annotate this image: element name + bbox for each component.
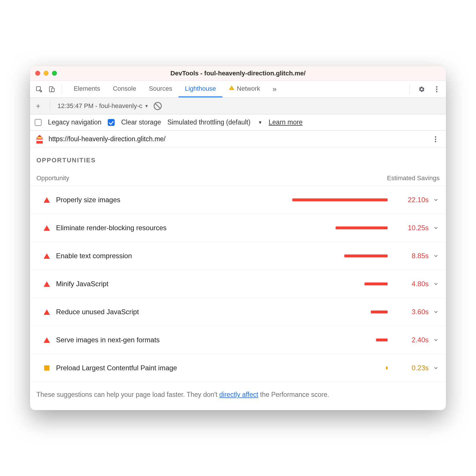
opportunity-label: Enable text compression — [52, 252, 214, 260]
warning-icon — [229, 85, 235, 92]
report-selector[interactable]: 12:35:47 PM - foul-heavenly-c ▼ — [57, 102, 148, 110]
column-opportunity: Opportunity — [36, 174, 215, 182]
savings-bar — [292, 198, 388, 201]
chevron-down-icon: ▼ — [145, 104, 149, 108]
note-link[interactable]: directly affect — [219, 391, 258, 398]
savings-bar — [365, 282, 388, 285]
column-savings: Estimated Savings — [215, 174, 440, 182]
tab-label: Sources — [149, 85, 172, 92]
chevron-down-icon[interactable] — [429, 309, 443, 315]
chevron-down-icon[interactable] — [429, 365, 443, 371]
zoom-window-button[interactable] — [52, 71, 57, 76]
devtools-window: DevTools - foul-heavenly-direction.glitc… — [30, 66, 446, 410]
separator — [62, 84, 62, 94]
savings-value: 2.40s — [394, 336, 429, 344]
opportunity-label: Minify JavaScript — [52, 280, 214, 288]
opportunity-row[interactable]: Eliminate render-blocking resources10.25… — [30, 214, 446, 242]
opportunities-header: Opportunity Estimated Savings — [30, 169, 446, 186]
tab-console[interactable]: Console — [107, 81, 143, 97]
window-controls — [35, 71, 57, 76]
tab-network[interactable]: Network — [222, 81, 267, 97]
opportunities-list: Properly size images22.10sEliminate rend… — [30, 186, 446, 382]
savings-value: 8.85s — [394, 252, 429, 260]
svg-point-13 — [435, 138, 436, 140]
minimize-window-button[interactable] — [44, 71, 49, 76]
chevron-down-icon[interactable] — [429, 197, 443, 203]
report-selector-label: 12:35:47 PM - foul-heavenly-c — [57, 102, 142, 110]
chevron-down-icon[interactable] — [429, 253, 443, 259]
more-options-icon[interactable] — [432, 84, 442, 94]
tab-lighthouse[interactable]: Lighthouse — [178, 81, 222, 97]
devtools-tabstrip: Elements Console Sources Lighthouse Netw… — [30, 81, 446, 98]
opportunity-row[interactable]: Serve images in next-gen formats2.40s — [30, 326, 446, 354]
svg-rect-3 — [231, 87, 232, 89]
throttling-label: Simulated throttling (default) — [168, 118, 251, 126]
opportunity-row[interactable]: Enable text compression8.85s — [30, 242, 446, 270]
chevron-down-icon[interactable] — [429, 225, 443, 231]
tab-label: Console — [113, 85, 136, 92]
lighthouse-icon — [35, 134, 44, 144]
fail-triangle-icon — [42, 253, 52, 259]
window-title: DevTools - foul-heavenly-direction.glitc… — [30, 70, 446, 77]
svg-point-12 — [435, 136, 436, 137]
opportunity-row[interactable]: Reduce unused JavaScript3.60s — [30, 298, 446, 326]
lighthouse-toolbar: ＋ 12:35:47 PM - foul-heavenly-c ▼ — [30, 98, 446, 114]
savings-value: 22.10s — [394, 196, 429, 204]
overflow-tabs-icon[interactable]: » — [269, 85, 280, 94]
note-text-post: the Performance score. — [258, 391, 329, 398]
tab-label: Elements — [74, 85, 100, 92]
savings-bar — [344, 254, 388, 257]
close-window-button[interactable] — [35, 71, 40, 76]
svg-rect-9 — [36, 140, 43, 141]
report-menu-icon[interactable] — [430, 134, 441, 144]
savings-value: 4.80s — [394, 280, 429, 288]
opportunity-label: Eliminate render-blocking resources — [52, 224, 214, 232]
chevron-down-icon[interactable] — [429, 281, 443, 287]
tab-sources[interactable]: Sources — [142, 81, 178, 97]
report-url-row: https://foul-heavenly-direction.glitch.m… — [30, 131, 446, 148]
report-url: https://foul-heavenly-direction.glitch.m… — [49, 135, 166, 143]
settings-gear-icon[interactable] — [416, 84, 427, 94]
panel-tabs: Elements Console Sources Lighthouse Netw… — [67, 81, 267, 97]
new-report-button[interactable]: ＋ — [34, 102, 42, 110]
fail-triangle-icon — [42, 337, 52, 343]
learn-more-link[interactable]: Learn more — [269, 118, 303, 126]
opportunity-label: Preload Largest Contentful Paint image — [52, 364, 214, 372]
svg-rect-2 — [52, 88, 54, 92]
savings-bar-wrap — [214, 310, 394, 313]
savings-bar-wrap — [214, 254, 394, 257]
device-toolbar-icon[interactable] — [47, 84, 57, 94]
opportunity-label: Serve images in next-gen formats — [52, 336, 214, 344]
opportunity-label: Reduce unused JavaScript — [52, 308, 214, 316]
svg-point-14 — [435, 141, 436, 142]
clear-storage-label: Clear storage — [121, 118, 161, 126]
fail-triangle-icon — [42, 197, 52, 203]
fail-triangle-icon — [42, 309, 52, 315]
clear-all-icon[interactable] — [154, 102, 162, 110]
opportunity-row[interactable]: Preload Largest Contentful Paint image0.… — [30, 354, 446, 382]
opportunity-row[interactable]: Minify JavaScript4.80s — [30, 270, 446, 298]
separator — [409, 84, 410, 94]
opportunity-label: Properly size images — [52, 196, 214, 204]
section-heading: OPPORTUNITIES — [30, 148, 446, 169]
savings-bar — [336, 226, 388, 229]
opportunity-row[interactable]: Properly size images22.10s — [30, 186, 446, 214]
tab-elements[interactable]: Elements — [67, 81, 107, 97]
titlebar: DevTools - foul-heavenly-direction.glitc… — [30, 66, 446, 81]
tab-label: Lighthouse — [185, 85, 216, 92]
savings-bar — [371, 310, 388, 313]
savings-bar-wrap — [214, 226, 394, 229]
fail-triangle-icon — [42, 225, 52, 231]
chevron-down-icon[interactable] — [429, 337, 443, 343]
legacy-navigation-label: Legacy navigation — [48, 118, 101, 126]
clear-storage-checkbox[interactable] — [108, 119, 115, 126]
chevron-down-icon[interactable]: ▼ — [258, 120, 262, 125]
fail-triangle-icon — [42, 281, 52, 287]
separator — [50, 101, 50, 111]
lighthouse-settings: Legacy navigation Clear storage Simulate… — [30, 114, 446, 131]
tab-label: Network — [237, 85, 260, 92]
svg-point-5 — [436, 86, 438, 88]
savings-value: 3.60s — [394, 308, 429, 316]
legacy-navigation-checkbox[interactable] — [35, 119, 42, 126]
inspect-element-icon[interactable] — [34, 84, 44, 94]
